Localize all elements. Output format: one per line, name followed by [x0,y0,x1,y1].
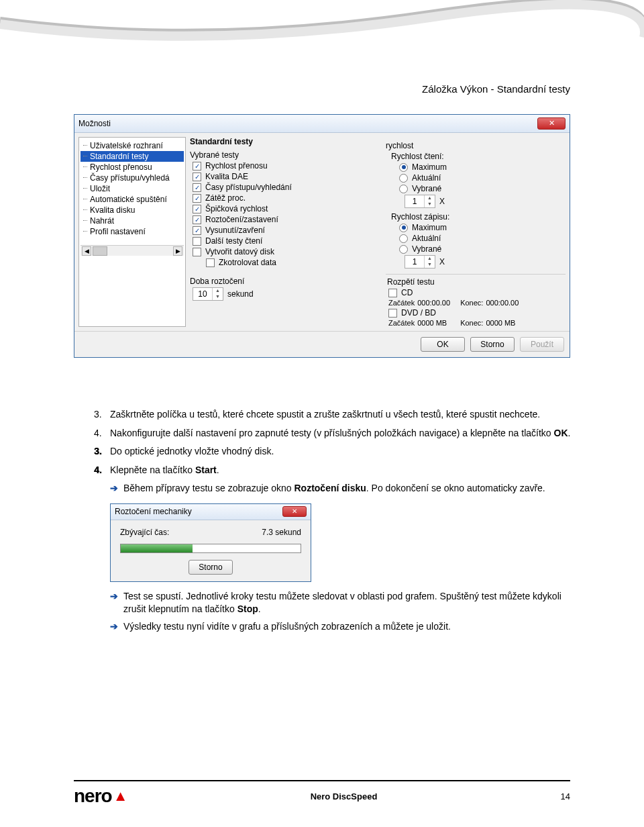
speed-option-label: Vybrané [412,244,441,254]
spinup-input[interactable] [193,288,212,300]
apply-button[interactable]: Použít [520,337,564,352]
selected-tests-label: Vybrané testy [190,150,370,160]
tree-item[interactable]: Časy přístupu/vyhledá [80,173,184,183]
test-label: Časy přístupu/vyhledání [205,183,292,192]
x-suffix: X [439,257,445,266]
test-checkbox[interactable] [193,237,201,246]
test-label: Roztočení/zastavení [205,215,278,224]
test-checkbox[interactable] [193,183,201,192]
arrow-icon: ➔ [110,620,123,634]
flame-icon: ▲ [113,787,127,805]
test-checkbox[interactable] [193,248,201,256]
dvd-start-label: Začátek [388,319,415,327]
scroll-left-icon[interactable]: ◀ [82,246,91,256]
close-icon[interactable]: ✕ [282,506,307,517]
step-3b: Do optické jednotky vložte vhodný disk. [110,445,274,458]
verify-data-checkbox[interactable] [206,258,215,267]
read-x-input[interactable] [405,195,424,207]
speed-radio[interactable] [399,185,408,193]
spinup-spinner[interactable]: ▲▼ [193,287,223,301]
tree-item[interactable]: Automatické spuštění [80,194,184,205]
write-x-input[interactable] [405,256,424,268]
tree-item[interactable]: Standardní testy [80,151,184,162]
dvd-end-label: Konec: [460,319,483,327]
footer-page: 14 [561,791,570,801]
nav-tree[interactable]: Uživatelské rozhraníStandardní testyRych… [78,137,186,327]
page-footer: nero▲ Nero DiscSpeed 14 [74,780,570,807]
span-header: Rozpětí testu [387,277,566,287]
tree-item[interactable]: Uživatelské rozhraní [80,140,184,151]
dialog-title-text: Možnosti [78,119,111,128]
test-checkbox[interactable] [193,162,201,171]
test-checkbox[interactable] [193,205,201,213]
tree-scrollbar[interactable]: ◀ ▶ [80,245,184,256]
write-speed-label: Rychlost zápisu: [391,212,566,222]
ok-button[interactable]: OK [421,337,465,352]
test-checkbox[interactable] [193,194,201,203]
spin-up-icon[interactable]: ▲ [425,256,435,262]
read-x-spinner[interactable]: ▲▼ [405,195,435,208]
close-icon[interactable]: ✕ [537,117,566,130]
tree-item[interactable]: Rychlost přenosu [80,162,184,173]
note-1: Během přípravy testu se zobrazuje okno R… [123,482,545,495]
cd-checkbox[interactable] [388,289,397,297]
test-checkbox[interactable] [193,215,201,224]
spin-up-icon[interactable]: ▲ [425,195,435,201]
dialog-titlebar: Možnosti ✕ [74,115,570,133]
scroll-right-icon[interactable]: ▶ [173,246,182,256]
cancel-button[interactable]: Storno [470,337,515,352]
cd-label: CD [401,288,413,297]
speed-radio[interactable] [399,174,408,183]
test-checkbox[interactable] [193,173,201,181]
page-title: Záložka Výkon - Standardní testy [422,83,570,95]
test-label: Další testy čtení [205,236,262,246]
note-3: Výsledky testu nyní vidíte v grafu a pří… [123,620,451,634]
test-checkbox[interactable] [193,226,201,235]
speed-option-label: Vybrané [412,184,441,193]
test-label: Kvalita DAE [205,172,248,181]
cd-start-value: 000:00.00 [417,299,458,307]
test-label: Vytvořit datový disk [205,247,274,256]
header-swoosh [0,0,644,60]
spinup-unit: sekund [227,289,254,299]
speed-radio[interactable] [399,234,408,243]
test-label: Rychlost přenosu [205,161,268,171]
test-label: Vysunutí/zavření [205,226,265,235]
test-label: Zátěž proc. [205,193,246,203]
dvd-label: DVD / BD [401,308,436,318]
spinup-cancel-button[interactable]: Storno [189,560,233,575]
scroll-thumb[interactable] [93,246,107,256]
section-header: Standardní testy [190,137,370,146]
arrow-icon: ➔ [110,590,123,616]
cd-end-label: Konec: [460,299,483,307]
step-4b: Klepněte na tlačítko Start. [110,464,219,477]
note-2: Test se spustí. Jednotlivé kroky testu m… [123,590,577,616]
spin-down-icon[interactable]: ▼ [213,294,223,300]
spinup-dialog: Roztočení mechaniky ✕ Zbývající čas: 7.3… [110,503,311,582]
x-suffix: X [439,197,445,206]
dvd-end-value: 0000 MB [486,319,526,327]
speed-radio[interactable] [399,224,408,232]
progress-bar [120,544,301,553]
speed-radio[interactable] [399,245,408,254]
spinup-dialog-title: Roztočení mechaniky [115,506,192,518]
spin-down-icon[interactable]: ▼ [425,201,435,207]
tree-item[interactable]: Uložit [80,183,184,194]
spin-down-icon[interactable]: ▼ [425,262,435,268]
step-4: Nakonfigurujte další nastavení pro zapnu… [110,427,570,440]
tree-item[interactable]: Kvalita disku [80,205,184,215]
verify-data-label: Zkotrolovat data [219,258,276,267]
speed-col-label: rychlost [386,141,566,150]
test-label: Špičková rychlost [205,204,268,213]
speed-option-label: Aktuální [412,173,441,183]
cd-end-value: 000:00.00 [486,299,526,307]
dvd-checkbox[interactable] [388,309,397,318]
remaining-label: Zbývající čas: [120,527,169,538]
speed-option-label: Maximum [412,162,447,172]
tree-item[interactable]: Nahrát [80,215,184,226]
tree-item[interactable]: Profil nastavení [80,226,184,237]
spin-up-icon[interactable]: ▲ [213,288,223,294]
write-x-spinner[interactable]: ▲▼ [405,255,435,269]
speed-radio[interactable] [399,163,408,172]
footer-product: Nero DiscSpeed [311,791,378,801]
